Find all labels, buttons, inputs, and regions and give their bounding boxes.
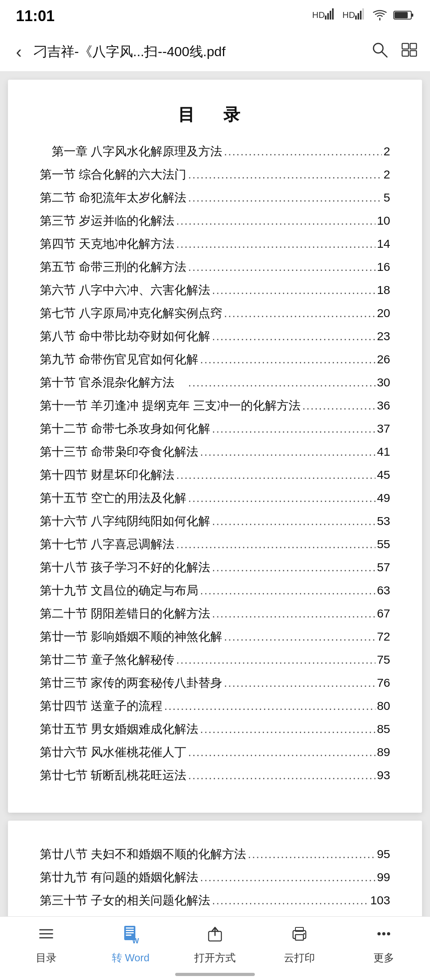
toc-entry: 第十四节 财星坏印化解法............................… bbox=[40, 465, 390, 484]
toc-entry-page: 57 bbox=[377, 558, 390, 577]
toc-entry: 第十五节 空亡的用法及化解...........................… bbox=[40, 488, 390, 508]
toc-entry-label: 第廿五节 男女婚姻难成化解法 bbox=[40, 719, 198, 739]
toc-entry-dots: ........................................… bbox=[188, 165, 382, 184]
svg-rect-1 bbox=[325, 16, 326, 20]
toc-entry: 第十九节 文昌位的确定与布局..........................… bbox=[40, 581, 390, 600]
signal2-icon: HD bbox=[342, 8, 366, 24]
page-card-1: 目 录 第一章 八字风水化解原理及方法.....................… bbox=[8, 80, 422, 813]
toc-entry-dots: ........................................… bbox=[224, 142, 382, 161]
toc-entry: 第十一节 羊刃逢冲 提纲克年 三支冲一的化解方法................… bbox=[40, 396, 390, 415]
svg-rect-17 bbox=[402, 51, 408, 56]
toc-entry-label: 第四节 天克地冲化解方法 bbox=[40, 234, 174, 253]
toc-entry-dots: ........................................… bbox=[200, 868, 375, 887]
toc-entry-dots: ........................................… bbox=[200, 581, 375, 600]
toc-entry-dots: ........................................… bbox=[188, 766, 375, 785]
toc-entry-label: 第十三节 命带枭印夺食化解法 bbox=[40, 442, 198, 461]
toc-entry: 第廿八节 夫妇不和婚姻不顺的化解方法......................… bbox=[40, 845, 390, 864]
toc-entry-page: 93 bbox=[377, 766, 390, 785]
nav-actions bbox=[371, 41, 418, 63]
toc-entry-page: 2 bbox=[383, 165, 390, 184]
toc-entry: 第六节 八字中六冲、六害化解法.........................… bbox=[40, 280, 390, 300]
toc-entry-dots: ........................................… bbox=[176, 650, 375, 669]
svg-rect-16 bbox=[410, 43, 416, 49]
toc-entry: 第廿五节 男女婚姻难成化解法..........................… bbox=[40, 719, 390, 739]
svg-rect-2 bbox=[327, 13, 329, 20]
toc-entry-page: 36 bbox=[377, 396, 390, 415]
svg-line-14 bbox=[382, 52, 387, 57]
toc-entry-dots: ........................................… bbox=[176, 535, 375, 554]
toolbar-item-open[interactable]: 打开方式 bbox=[185, 924, 245, 965]
toc-entry-page: 23 bbox=[377, 327, 390, 346]
svg-point-34 bbox=[377, 932, 381, 935]
toc-entry-page: 55 bbox=[377, 535, 390, 554]
toc-entry-dots: ........................................… bbox=[188, 188, 382, 207]
toc-entry-page: 85 bbox=[377, 719, 390, 739]
toc-entry-label: 第六节 八字中六冲、六害化解法 bbox=[40, 280, 210, 300]
toc-entry: 第九节 命带伤官见官如何化解..........................… bbox=[40, 350, 390, 369]
toc-entry-page: 103 bbox=[370, 891, 390, 910]
toolbar-label-more: 更多 bbox=[373, 951, 394, 965]
toc-entry-label: 第十八节 孩子学习不好的化解法 bbox=[40, 558, 210, 577]
toc-entry: 第一节 综合化解的六大法门...........................… bbox=[40, 165, 390, 184]
toc-entry-label: 第十四节 财星坏印化解法 bbox=[40, 465, 174, 484]
toc-entry-page: 53 bbox=[377, 512, 390, 531]
toc-entry: 第四节 天克地冲化解方法............................… bbox=[40, 234, 390, 253]
search-icon[interactable] bbox=[371, 41, 389, 63]
toc-entry: 第一章 八字风水化解原理及方法.........................… bbox=[40, 142, 390, 161]
back-button[interactable]: ‹ bbox=[12, 42, 26, 62]
toc-entry-dots: ........................................… bbox=[248, 845, 375, 864]
toc-entry-label: 第五节 命带三刑的化解方法 bbox=[40, 257, 186, 276]
toolbar-label-open: 打开方式 bbox=[194, 951, 236, 965]
toolbar-item-more[interactable]: 更多 bbox=[354, 924, 414, 965]
toolbar-icon-more bbox=[374, 924, 393, 948]
toc-entry-dots: ........................................… bbox=[164, 696, 375, 715]
toolbar-icon-word: W bbox=[121, 924, 140, 948]
toc-entry: 第十节 官杀混杂化解方法 ...........................… bbox=[40, 373, 390, 392]
toolbar-item-print[interactable]: 云打印 bbox=[270, 924, 329, 965]
toc-entry: 第廿九节 有问题的婚姻化解法..........................… bbox=[40, 868, 390, 887]
toc-entry-label: 第七节 八字原局冲克化解实例点窍 bbox=[40, 304, 222, 323]
toc-entry-label: 第八节 命中带比劫夺财如何化解 bbox=[40, 327, 210, 346]
toc-entry-page: 63 bbox=[377, 581, 390, 600]
toc-entry-label: 第二节 命犯流年太岁化解法 bbox=[40, 188, 186, 207]
svg-point-36 bbox=[387, 932, 390, 935]
toc-entry: 第十三节 命带枭印夺食化解法..........................… bbox=[40, 442, 390, 461]
toc-entry-dots: ........................................… bbox=[212, 280, 375, 300]
battery-icon bbox=[393, 10, 414, 22]
toc-entry-page: 41 bbox=[377, 442, 390, 461]
nav-title: 刁吉祥-《八字风...扫--400线.pdf bbox=[34, 43, 363, 61]
svg-rect-26 bbox=[126, 935, 131, 936]
toc-entry-label: 第廿三节 家传的两套秘传八卦替身 bbox=[40, 673, 222, 692]
toc-entry-dots: ........................................… bbox=[200, 442, 375, 461]
toc-entry-dots: ........................................… bbox=[212, 327, 375, 346]
toc-entry-page: 10 bbox=[377, 211, 390, 230]
toc-entry: 第三节 岁运并临的化解法............................… bbox=[40, 211, 390, 230]
toc-entry-label: 第一章 八字风水化解原理及方法 bbox=[40, 142, 222, 161]
toolbar-item-word[interactable]: W 转 Word bbox=[101, 924, 160, 965]
status-icons: HD HD bbox=[312, 8, 414, 24]
toc-entry-dots: ........................................… bbox=[224, 673, 375, 692]
toc-entry-label: 第十二节 命带七杀攻身如何化解 bbox=[40, 419, 210, 438]
toc-entry: 第廿七节 斩断乱桃花旺运法...........................… bbox=[40, 766, 390, 785]
toc-entry-label: 第廿八节 夫妇不和婚姻不顺的化解方法 bbox=[40, 845, 246, 864]
svg-rect-9 bbox=[362, 8, 364, 20]
toolbar-item-toc[interactable]: 目录 bbox=[16, 924, 76, 965]
toc-entry: 第五节 命带三刑的化解方法...........................… bbox=[40, 257, 390, 276]
svg-rect-4 bbox=[332, 8, 334, 20]
toc-entry: 第十六节 八字纯阴纯阳如何化解.........................… bbox=[40, 512, 390, 531]
toc-entry-label: 第廿四节 送童子的流程 bbox=[40, 696, 162, 715]
toc-entry-label: 第廿一节 影响婚姻不顺的神煞化解 bbox=[40, 627, 222, 646]
toc-entry-page: 5 bbox=[383, 188, 390, 207]
layout-icon[interactable] bbox=[401, 41, 418, 63]
toolbar-label-print: 云打印 bbox=[284, 951, 315, 965]
toc-entry-dots: ........................................… bbox=[212, 604, 375, 623]
svg-text:HD: HD bbox=[312, 10, 325, 20]
toc-entry-label: 第九节 命带伤官见官如何化解 bbox=[40, 350, 198, 369]
toc-entry: 第廿六节 风水催桃花催人丁...........................… bbox=[40, 743, 390, 762]
toc-entry-page: 67 bbox=[377, 604, 390, 623]
toc-entry-dots: ........................................… bbox=[176, 465, 375, 484]
toc-entry-label: 第三节 岁运并临的化解法 bbox=[40, 211, 174, 230]
toolbar-label-word: 转 Word bbox=[112, 951, 150, 965]
toc-entry-dots: ........................................… bbox=[200, 719, 375, 739]
toolbar-icon-toc bbox=[37, 924, 56, 948]
